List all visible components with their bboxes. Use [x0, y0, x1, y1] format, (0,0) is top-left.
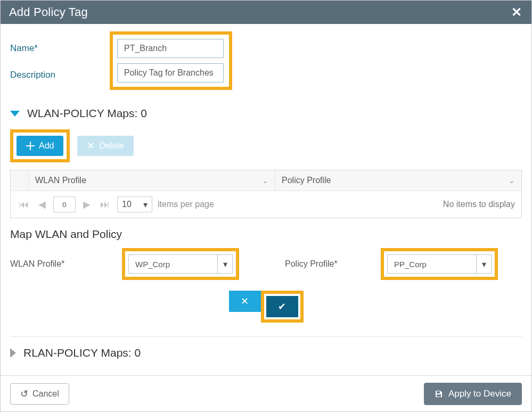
pager-per-page-label: items per page [158, 200, 214, 209]
chevron-down-icon: ▾ [217, 255, 232, 273]
map-confirm-row: ✕ ✔ [10, 291, 522, 323]
dialog-titlebar: Add Policy Tag ✕ [1, 1, 531, 24]
name-input[interactable] [117, 39, 224, 58]
policy-profile-highlight: PP_Corp ▾ [381, 248, 498, 280]
wlan-profile-label: WLAN Profile* [10, 259, 106, 269]
pager-first-icon[interactable]: ⏮ [17, 199, 31, 210]
cancel-button[interactable]: ↺ Cancel [10, 383, 69, 405]
apply-to-device-button[interactable]: Apply to Device [424, 383, 522, 405]
table-select-all-col[interactable] [11, 170, 29, 191]
delete-button-label: Delete [99, 141, 124, 151]
wlan-profile-select[interactable]: WP_Corp ▾ [128, 254, 233, 274]
pager-page-input[interactable] [53, 196, 76, 212]
pager-per-page-select[interactable]: 10 ▾ [117, 196, 152, 212]
dialog-footer: ↺ Cancel Apply to Device [1, 375, 531, 411]
name-desc-highlight [110, 31, 232, 90]
add-button[interactable]: Add [17, 136, 63, 156]
col-policy-profile[interactable]: Policy Profile ⌄ [275, 170, 521, 191]
chevron-down-icon: ⌄ [262, 176, 268, 185]
pager-next-icon[interactable]: ▶ [81, 199, 93, 210]
plus-icon [26, 142, 35, 150]
x-icon: ✕ [241, 296, 249, 307]
undo-icon: ↺ [20, 388, 28, 400]
chevron-down-icon: ▾ [476, 255, 491, 273]
rlan-policy-section-header[interactable]: RLAN-POLICY Maps: 0 [10, 347, 522, 359]
dialog-title: Add Policy Tag [9, 5, 88, 19]
add-policy-tag-dialog: Add Policy Tag ✕ Name* Description WLAN-… [0, 0, 532, 412]
map-wlan-policy-header: Map WLAN and Policy [10, 228, 522, 241]
divider [10, 336, 522, 337]
chevron-right-icon [10, 348, 16, 358]
add-button-label: Add [39, 141, 54, 151]
pager-prev-icon[interactable]: ◀ [36, 199, 48, 210]
pager-last-icon[interactable]: ⏭ [98, 199, 112, 210]
chevron-down-icon: ▾ [143, 200, 148, 210]
col-wlan-profile[interactable]: WLAN Profile ⌄ [29, 170, 275, 191]
table-empty-text: No items to display [443, 200, 515, 209]
policy-profile-label: Policy Profile* [285, 259, 365, 269]
map-cancel-button[interactable]: ✕ [229, 291, 261, 312]
table-pager: ⏮ ◀ ▶ ⏭ 10 ▾ items per page No items to … [11, 191, 521, 218]
wlan-policy-section-title: WLAN-POLICY Maps: 0 [27, 107, 147, 120]
x-icon: ✕ [87, 140, 95, 152]
name-label: Name* [10, 43, 114, 54]
add-button-highlight: Add [10, 129, 70, 162]
delete-button[interactable]: ✕ Delete [77, 136, 133, 156]
close-icon[interactable]: ✕ [511, 5, 522, 20]
save-icon [435, 390, 443, 398]
policy-profile-select[interactable]: PP_Corp ▾ [387, 254, 492, 274]
chevron-down-icon [10, 111, 20, 117]
map-confirm-highlight: ✔ [261, 291, 304, 323]
rlan-policy-section-title: RLAN-POLICY Maps: 0 [23, 347, 141, 359]
wlan-policy-table: WLAN Profile ⌄ Policy Profile ⌄ ⏮ ◀ ▶ ⏭ … [10, 170, 522, 218]
wlan-policy-section-header[interactable]: WLAN-POLICY Maps: 0 [10, 107, 522, 120]
description-label: Description [10, 70, 114, 80]
chevron-down-icon: ⌄ [509, 176, 515, 185]
map-confirm-button[interactable]: ✔ [266, 296, 298, 317]
description-input[interactable] [117, 63, 224, 83]
check-icon: ✔ [278, 301, 286, 312]
wlan-profile-highlight: WP_Corp ▾ [122, 248, 239, 280]
